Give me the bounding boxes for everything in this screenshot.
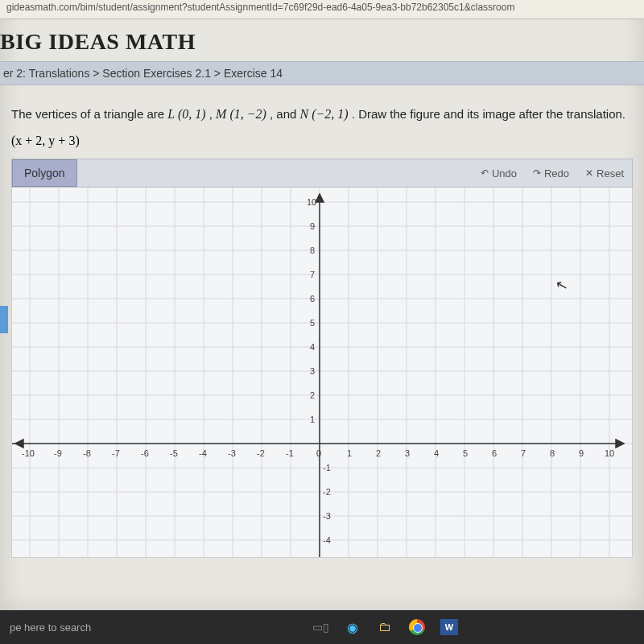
vertex-N: N (−2, 1) <box>300 107 349 121</box>
svg-marker-39 <box>15 440 23 448</box>
problem-outro: . Draw the figure and its image after th… <box>352 107 625 121</box>
x-tick-n9: -9 <box>54 448 62 458</box>
coordinate-grid[interactable]: 10 9 8 7 6 5 4 3 2 1 -1 -2 -3 -4 -10 -9 … <box>11 188 633 558</box>
x-tick-5: 5 <box>463 448 468 458</box>
x-tick-7: 7 <box>521 448 526 458</box>
translation-rule: (x + 2, y + 3) <box>0 133 644 159</box>
x-tick-1: 1 <box>347 448 352 458</box>
y-tick-5: 5 <box>310 318 315 328</box>
grid-svg <box>12 188 632 558</box>
side-tab[interactable] <box>0 306 8 333</box>
vertex-M: M (1, −2) <box>216 107 266 121</box>
reset-label: Reset <box>597 167 624 180</box>
y-tick-2: 2 <box>310 390 315 400</box>
y-tick-9: 9 <box>310 221 315 231</box>
problem-intro: The vertices of a triangle are <box>11 107 167 121</box>
y-tick-7: 7 <box>310 270 315 279</box>
y-tick-4: 4 <box>310 342 315 352</box>
polygon-button[interactable]: Polygon <box>12 159 77 187</box>
redo-icon: ↷ <box>533 167 541 179</box>
x-tick-n3: -3 <box>228 448 236 458</box>
breadcrumb: er 2: Translations > Section Exercises 2… <box>0 61 644 85</box>
y-tick-6: 6 <box>310 294 315 303</box>
y-tick-n2: -2 <box>323 487 331 497</box>
redo-label: Redo <box>544 167 569 180</box>
x-tick-4: 4 <box>434 448 439 458</box>
redo-button[interactable]: ↷ Redo <box>525 159 577 187</box>
problem-statement: The vertices of a triangle are L (0, 1) … <box>0 85 644 133</box>
taskbar-search[interactable]: pe here to search <box>6 621 127 634</box>
x-tick-2: 2 <box>376 448 381 458</box>
x-tick-3: 3 <box>405 448 410 458</box>
x-tick-8: 8 <box>550 448 555 458</box>
reset-icon: ✕ <box>585 167 593 179</box>
y-tick-8: 8 <box>310 246 315 255</box>
browser-url-bar[interactable]: gideasmath.com/bim/student/assignment?st… <box>0 0 644 19</box>
svg-marker-40 <box>316 194 324 202</box>
graph-toolbar: Polygon ↶ Undo ↷ Redo ✕ Reset <box>11 159 633 188</box>
x-tick-6: 6 <box>492 448 497 458</box>
x-tick-10: 10 <box>605 448 614 458</box>
vertex-L: L (0, 1) <box>167 107 205 121</box>
comma1: , <box>209 107 216 121</box>
undo-icon: ↶ <box>481 167 489 179</box>
x-tick-n6: -6 <box>141 448 149 458</box>
y-tick-1: 1 <box>310 415 315 424</box>
y-tick-n1: -1 <box>323 463 331 473</box>
windows-taskbar: pe here to search ▭▯ ◉ 🗀 W <box>0 610 644 644</box>
undo-button[interactable]: ↶ Undo <box>473 159 525 187</box>
x-tick-n10: -10 <box>22 448 35 458</box>
x-tick-n7: -7 <box>112 448 120 458</box>
x-tick-n4: -4 <box>199 448 207 458</box>
word-icon[interactable]: W <box>436 615 463 639</box>
reset-button[interactable]: ✕ Reset <box>577 159 632 187</box>
x-tick-9: 9 <box>579 448 584 458</box>
edge-icon[interactable]: ◉ <box>339 615 366 639</box>
chrome-icon[interactable] <box>403 615 431 639</box>
comma2: , and <box>270 107 300 121</box>
y-tick-n4: -4 <box>323 535 331 545</box>
svg-marker-38 <box>616 440 624 448</box>
app-title: BIG IDEAS MATH <box>0 19 644 61</box>
task-view-icon[interactable]: ▭▯ <box>307 615 334 639</box>
undo-label: Undo <box>492 167 517 180</box>
x-tick-n5: -5 <box>170 448 178 458</box>
y-tick-10: 10 <box>307 197 316 207</box>
y-tick-3: 3 <box>310 366 315 376</box>
x-tick-n1: -1 <box>286 448 294 458</box>
y-tick-n3: -3 <box>323 511 331 521</box>
file-explorer-icon[interactable]: 🗀 <box>371 615 398 639</box>
x-tick-n2: -2 <box>257 448 265 458</box>
x-tick-n8: -8 <box>83 448 91 458</box>
x-tick-0: 0 <box>316 448 321 458</box>
